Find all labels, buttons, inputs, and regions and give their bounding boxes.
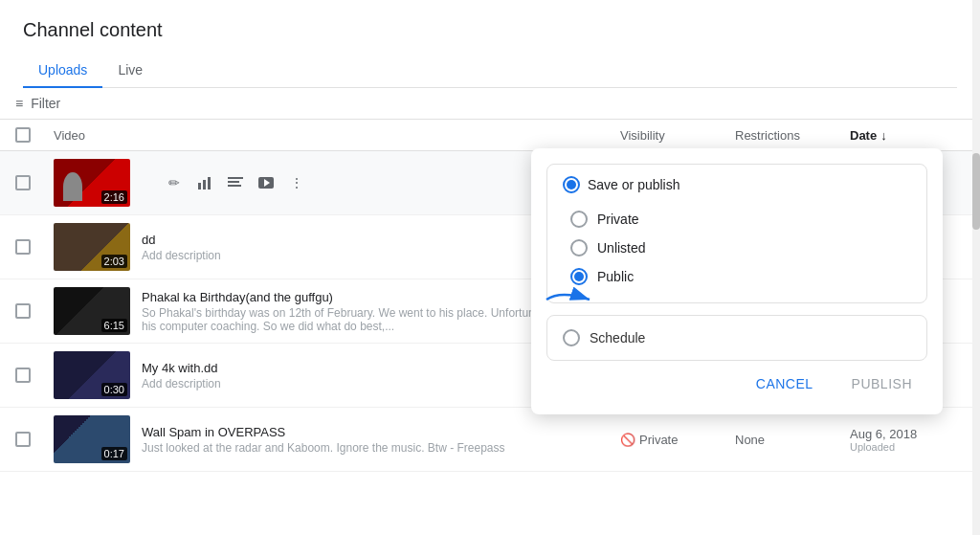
tabs-container: Uploads Live [23,53,957,88]
row-checkbox[interactable] [15,368,54,383]
table-header: Video Visibility Restrictions Date ↓ [0,120,980,151]
section-header: Save or publish [563,176,911,193]
filter-bar[interactable]: ≡ Filter [0,88,980,120]
video-title: My 4k with.dd [142,361,221,375]
filter-icon: ≡ [15,96,23,111]
private-radio[interactable] [570,211,588,228]
private-option[interactable]: Private [563,205,911,234]
video-duration: 0:30 [101,383,127,396]
header-checkbox-col [15,127,54,143]
video-info: My 4k with.dd Add description [142,361,221,390]
video-title: dd [142,233,221,247]
dropdown-footer: CANCEL PUBLISH [546,361,927,399]
video-description: Just looked at the radar and Kaboom. Ign… [142,441,505,455]
filter-label: Filter [31,96,60,111]
schedule-label: Schedule [590,330,645,346]
cancel-button[interactable]: CANCEL [741,368,829,399]
scrollbar-thumb[interactable] [972,153,980,230]
row-checkbox[interactable] [15,432,54,447]
header-restrictions: Restrictions [735,128,850,143]
unlisted-radio[interactable] [570,239,588,256]
video-info: dd Add description [142,233,221,262]
tab-uploads[interactable]: Uploads [23,53,102,87]
row-visibility: 🚫 Private [620,433,735,447]
radio-inner [574,272,584,281]
caption-button[interactable] [222,169,249,196]
header-visibility: Visibility [620,128,735,143]
page-title: Channel content [23,19,957,41]
publish-button[interactable]: PUBLISH [836,368,927,399]
svg-rect-1 [203,180,206,189]
private-badge: 🚫 Private [620,433,678,447]
video-thumbnail: 2:16 [54,159,130,207]
schedule-section[interactable]: Schedule [546,315,927,361]
svg-rect-4 [228,181,239,183]
radio-inner [567,180,576,189]
page-header: Channel content Uploads Live [0,0,980,88]
row-checkbox[interactable] [15,239,54,255]
unlisted-option[interactable]: Unlisted [563,234,911,262]
row-video-cell: 0:17 Wall Spam in OVERPASS Just looked a… [54,415,620,463]
video-description: Add description [142,249,221,262]
save-publish-radio[interactable] [563,176,580,193]
save-publish-section: Save or publish Private Unlisted Public [546,164,927,303]
video-duration: 2:16 [101,190,127,204]
video-title: Wall Spam in OVERPASS [142,425,505,439]
visibility-dropdown: Save or publish Private Unlisted Public … [531,148,943,414]
scrollbar[interactable] [972,0,980,535]
svg-rect-0 [198,183,201,189]
edit-button[interactable]: ✏ [161,169,188,196]
section-title: Save or publish [588,177,680,192]
page: Channel content Uploads Live ≡ Filter Vi… [0,0,980,535]
header-date[interactable]: Date ↓ [850,128,965,143]
video-info: Wall Spam in OVERPASS Just looked at the… [142,425,505,455]
schedule-radio[interactable] [563,329,580,346]
video-thumbnail: 0:17 [54,415,130,463]
youtube-button[interactable] [253,169,279,196]
svg-rect-3 [228,177,243,179]
analytics-button[interactable] [191,169,218,196]
row-checkbox[interactable] [15,175,54,190]
public-option[interactable]: Public [563,262,911,291]
svg-rect-2 [208,177,211,189]
video-thumbnail: 0:30 [54,351,130,399]
header-video: Video [54,128,620,143]
video-thumbnail: 2:03 [54,223,130,271]
row-actions: ✏ ⋮ [161,169,310,196]
public-radio[interactable] [570,268,588,285]
select-all-checkbox[interactable] [15,127,31,143]
svg-rect-5 [228,185,241,187]
tab-live[interactable]: Live [102,53,158,87]
video-duration: 2:03 [101,255,127,268]
video-thumbnail: 6:15 [54,287,130,335]
video-duration: 0:17 [101,447,127,460]
eye-slash-icon: 🚫 [620,433,635,447]
unlisted-label: Unlisted [597,240,646,256]
arrow-annotation [542,285,599,317]
row-date: Aug 6, 2018 Uploaded [850,427,965,453]
video-description: Add description [142,377,221,390]
video-duration: 6:15 [101,319,127,332]
row-restrictions: None [735,433,850,447]
private-label: Private [597,212,639,227]
more-options-button[interactable]: ⋮ [283,169,310,196]
row-checkbox[interactable] [15,303,54,319]
table-row: 0:17 Wall Spam in OVERPASS Just looked a… [0,408,980,472]
public-label: Public [597,269,634,284]
